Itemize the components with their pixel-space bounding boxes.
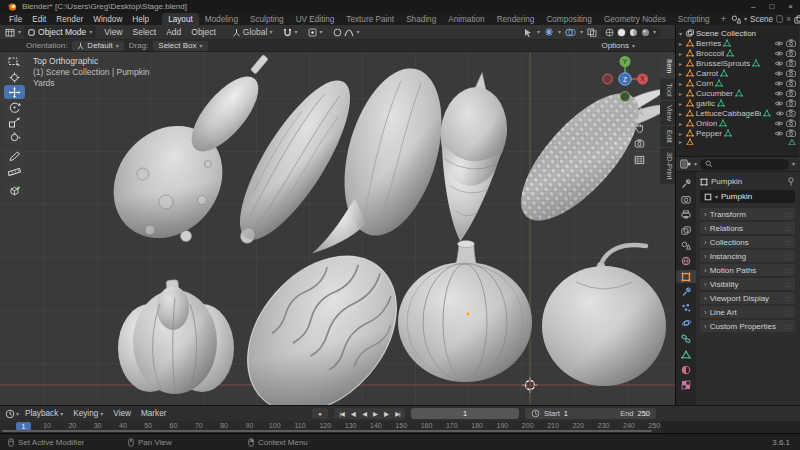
- workspace-tab[interactable]: Scripting: [672, 13, 716, 25]
- tab-output[interactable]: [676, 208, 696, 221]
- shading-wireframe-button[interactable]: [605, 28, 614, 37]
- workspace-tab[interactable]: Geometry Nodes: [598, 13, 672, 25]
- eye-icon[interactable]: [774, 60, 784, 67]
- perspective-grid-icon[interactable]: [634, 154, 645, 165]
- gizmos-dropdown[interactable]: [544, 27, 554, 37]
- tab-material[interactable]: [676, 363, 696, 376]
- jump-to-start-button[interactable]: |◀: [336, 410, 347, 417]
- properties-panel-header[interactable]: › Relations ::: [700, 222, 795, 234]
- object-visibility-dropdown[interactable]: [523, 28, 533, 37]
- transform-tool[interactable]: [4, 130, 25, 144]
- chevron-down-icon[interactable]: ▾: [580, 29, 583, 35]
- select-box-tool[interactable]: [4, 55, 25, 69]
- menu-item[interactable]: Window: [88, 15, 127, 24]
- expand-icon[interactable]: ▸: [679, 120, 684, 127]
- properties-panel-header[interactable]: › Viewport Display ::: [700, 292, 795, 304]
- properties-panel-header[interactable]: › Instancing ::: [700, 250, 795, 262]
- chevron-down-icon[interactable]: ▾: [18, 29, 21, 35]
- outliner-item[interactable]: ▸ BrusselSprouts: [676, 58, 799, 68]
- expand-icon[interactable]: ▸: [679, 138, 684, 145]
- outliner-item[interactable]: ▸ LettuceCabbageBr: [676, 108, 799, 118]
- workspace-tab[interactable]: Animation: [442, 13, 490, 25]
- sidebar-tab[interactable]: Edit: [660, 126, 675, 147]
- properties-panel-header[interactable]: › Visibility ::: [700, 278, 795, 290]
- drag-grip-icon[interactable]: ::: [785, 211, 791, 218]
- new-scene-icon[interactable]: [776, 15, 783, 23]
- close-button[interactable]: ×: [788, 2, 793, 11]
- camera-icon[interactable]: [786, 79, 796, 87]
- menu-item[interactable]: Playback▾: [20, 409, 68, 418]
- outliner-item-partial[interactable]: ▸: [676, 138, 799, 145]
- snap-with-select[interactable]: ▾: [308, 28, 322, 37]
- axis-x-neg-handle[interactable]: [603, 74, 613, 84]
- menu-item[interactable]: Select: [128, 27, 162, 37]
- menu-item[interactable]: Edit: [27, 15, 51, 24]
- tab-world[interactable]: [676, 255, 696, 268]
- annotate-tool[interactable]: [4, 149, 25, 163]
- zoom-icon[interactable]: [634, 106, 645, 117]
- jump-to-end-button[interactable]: ▶|: [392, 410, 403, 417]
- navigation-gizmo[interactable]: Y X Z: [599, 53, 651, 105]
- camera-icon[interactable]: [786, 39, 796, 47]
- chevron-down-icon[interactable]: ▾: [715, 194, 718, 200]
- object-name-field[interactable]: ▾ Pumpkin: [700, 190, 795, 203]
- pin-icon[interactable]: [787, 177, 795, 186]
- workspace-tab[interactable]: Layout: [162, 13, 199, 25]
- overlays-dropdown[interactable]: [565, 28, 576, 37]
- tab-object-data[interactable]: [676, 348, 696, 361]
- eye-icon[interactable]: [774, 70, 784, 77]
- scene-icon[interactable]: [731, 15, 741, 24]
- drag-grip-icon[interactable]: ::: [785, 267, 791, 274]
- workspace-tab[interactable]: UV Editing: [290, 13, 341, 25]
- outliner-item[interactable]: ▸ Carrot: [676, 68, 799, 78]
- outliner-item[interactable]: ▸ Corn: [676, 78, 799, 88]
- rotate-tool[interactable]: [4, 100, 25, 114]
- chevron-down-icon[interactable]: ▾: [319, 29, 322, 35]
- outliner-item[interactable]: ▸ Berries: [676, 38, 799, 48]
- current-frame-field[interactable]: 1: [411, 408, 519, 419]
- expand-icon[interactable]: ▸: [679, 50, 684, 57]
- scale-tool[interactable]: [4, 115, 25, 129]
- menu-item[interactable]: Object: [186, 27, 221, 37]
- shading-rendered-button[interactable]: [641, 28, 650, 37]
- eye-icon[interactable]: [774, 80, 784, 87]
- workspace-tab[interactable]: Sculpting: [244, 13, 290, 25]
- drag-select[interactable]: Select Box ▾: [153, 41, 207, 51]
- drag-grip-icon[interactable]: ::: [785, 295, 791, 302]
- properties-panel-header[interactable]: › Motion Paths ::: [700, 264, 795, 276]
- tab-view-layer[interactable]: [676, 224, 696, 237]
- properties-editor-icon[interactable]: [680, 159, 691, 169]
- properties-panel-header[interactable]: › Line Art ::: [700, 306, 795, 318]
- breadcrumb-object[interactable]: Pumpkin: [711, 177, 742, 186]
- drag-grip-icon[interactable]: ::: [785, 309, 791, 316]
- pan-hand-icon[interactable]: [634, 122, 645, 133]
- eye-icon[interactable]: [774, 50, 784, 57]
- move-tool[interactable]: [4, 85, 25, 99]
- eye-icon[interactable]: [774, 90, 784, 97]
- filter-dropdown-icon[interactable]: ▾: [792, 161, 795, 167]
- start-frame-field[interactable]: 1: [564, 409, 568, 418]
- workspace-tab[interactable]: Texture Paint: [340, 13, 400, 25]
- xray-toggle[interactable]: [587, 28, 597, 37]
- auto-keying-button[interactable]: ●: [312, 408, 328, 419]
- sidebar-tab[interactable]: 3D-Print: [660, 148, 675, 184]
- menu-item[interactable]: Render: [51, 15, 88, 24]
- sidebar-tab[interactable]: Tool: [660, 79, 675, 101]
- camera-icon[interactable]: [786, 109, 796, 117]
- options-dropdown[interactable]: Options ▾: [601, 41, 649, 50]
- chevron-down-icon[interactable]: ▾: [694, 161, 697, 167]
- drag-grip-icon[interactable]: ::: [785, 253, 791, 260]
- workspace-tab[interactable]: Shading: [400, 13, 442, 25]
- expand-icon[interactable]: ▸: [679, 110, 684, 117]
- menu-item[interactable]: Keying▾: [68, 409, 108, 418]
- tab-modifiers[interactable]: [676, 286, 696, 299]
- mode-select[interactable]: Object Mode ▾: [24, 26, 96, 38]
- previous-keyframe-button[interactable]: ◀|: [347, 410, 358, 417]
- eye-icon[interactable]: [774, 40, 784, 47]
- camera-view-icon[interactable]: [634, 138, 645, 149]
- expand-icon[interactable]: ▸: [679, 130, 684, 137]
- eye-icon[interactable]: [774, 120, 784, 127]
- expand-icon[interactable]: ▸: [679, 80, 684, 87]
- proportional-editing-toggle[interactable]: ▾: [333, 28, 359, 37]
- expand-icon[interactable]: ▸: [679, 100, 684, 107]
